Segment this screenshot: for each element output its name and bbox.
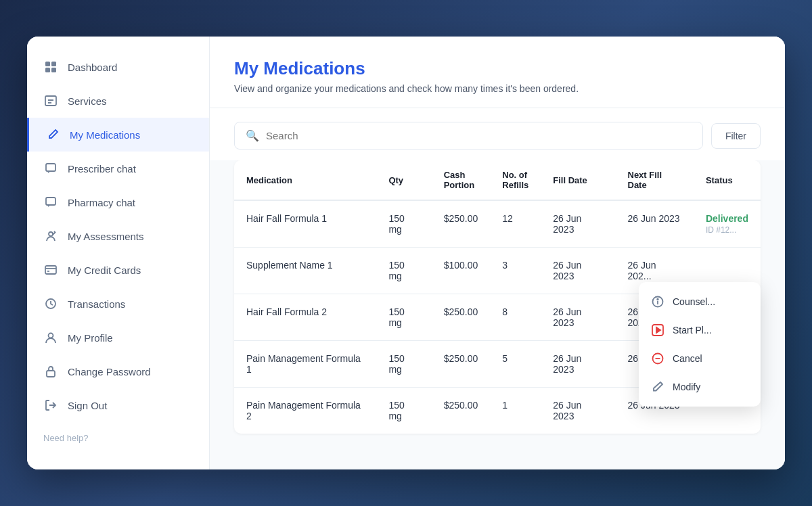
page-title: My Medications [234,58,761,79]
sidebar-item-prescriber-chat[interactable]: Prescriber chat [27,152,209,185]
counsel-label: Counsel... [673,296,715,307]
cell-no-of-refills: 5 [490,341,541,388]
start-plan-label: Start Pl... [673,325,712,336]
sidebar-label-services: Services [68,95,193,107]
cell-no-of-refills: 12 [490,200,541,248]
sidebar-item-my-credit-cards[interactable]: My Credit Cards [27,253,209,287]
assessments-icon [43,229,58,244]
context-menu-item-counsel[interactable]: Counsel... [639,288,761,316]
filter-button[interactable]: Filter [711,123,761,149]
chat2-icon [43,195,58,210]
cell-qty: 150 mg [376,294,431,341]
sidebar-item-dashboard[interactable]: Dashboard [27,50,209,84]
table-container: Medication Qty CashPortion No. ofRefills… [210,160,785,469]
sidebar-item-services[interactable]: Services [27,84,209,118]
svg-point-12 [657,299,658,300]
svg-rect-4 [46,164,55,171]
context-menu-item-cancel[interactable]: Cancel [639,344,761,373]
sidebar-label-sign-out: Sign Out [68,400,193,411]
cell-qty: 150 mg [376,248,431,294]
sidebar-label-my-medications: My Medications [70,129,193,141]
cell-cash-portion: $250.00 [432,341,491,388]
cell-cash-portion: $250.00 [432,200,491,248]
sidebar-label-dashboard: Dashboard [68,62,193,73]
sidebar-label-my-profile: My Profile [68,332,193,344]
cell-fill-date: 26 Jun 2023 [541,200,615,248]
cell-fill-date: 26 Jun 2023 [541,341,615,388]
page-subtitle: View and organize your medications and c… [234,83,761,94]
sidebar-label-prescriber-chat: Prescriber chat [68,163,193,175]
cell-cash-portion: $250.00 [432,388,491,434]
modify-icon [651,380,664,394]
cancel-label: Cancel [673,353,702,364]
sidebar-item-pharmacy-chat[interactable]: Pharmacy chat [27,185,209,219]
lock-icon [43,364,58,379]
profile-icon [43,330,58,345]
sidebar-item-transactions[interactable]: Transactions [27,287,209,321]
context-menu: Counsel... Start Pl... [639,282,761,407]
cell-no-of-refills: 8 [490,294,541,341]
cell-no-of-refills: 3 [490,248,541,294]
credit-card-icon [43,262,58,277]
cell-medication: Pain Management Formula 1 [234,341,376,388]
start-plan-icon [651,323,664,337]
cell-fill-date: 26 Jun 2023 [541,248,615,294]
cell-fill-date: 26 Jun 2023 [541,294,615,341]
search-icon: 🔍 [246,129,259,142]
svg-rect-0 [45,62,50,66]
app-container: Dashboard Services My Medications [27,37,785,469]
col-cash-portion: CashPortion [432,160,491,200]
cell-medication: Supplement Name 1 [234,248,376,294]
svg-point-9 [49,334,53,338]
info-icon [651,295,664,308]
sidebar-item-my-medications[interactable]: My Medications [27,118,209,152]
signout-icon [43,398,58,413]
cell-cash-portion: $250.00 [432,294,491,341]
sidebar-label-my-assessments: My Assessments [68,231,193,242]
status-badge: Delivered [706,213,748,224]
context-menu-item-modify[interactable]: Modify [639,373,761,401]
sidebar-item-my-profile[interactable]: My Profile [27,321,209,354]
cell-fill-date: 26 Jun 2023 [541,388,615,434]
content-header: My Medications View and organize your me… [210,37,785,108]
table-row: Hair Fall Formula 1 150 mg $250.00 12 26… [234,200,761,248]
transactions-icon [43,296,58,311]
cell-qty: 150 mg [376,388,431,434]
search-filter-row: 🔍 Filter [210,108,785,160]
sidebar-item-sign-out[interactable]: Sign Out [27,388,209,422]
table-header: Medication Qty CashPortion No. ofRefills… [234,160,761,200]
main-content: My Medications View and organize your me… [210,37,785,469]
svg-rect-1 [51,62,56,66]
need-help-link[interactable]: Need help? [27,422,209,454]
context-menu-item-start-plan[interactable]: Start Pl... [639,316,761,344]
col-qty: Qty [376,160,431,200]
cell-next-fill-date: 26 Jun 2023 [616,200,694,248]
sidebar-item-change-password[interactable]: Change Password [27,354,209,388]
cell-cash-portion: $100.00 [432,248,491,294]
svg-rect-3 [51,68,56,72]
grid-icon [43,60,58,74]
col-status: Status [694,160,761,200]
sidebar-label-pharmacy-chat: Pharmacy chat [68,197,193,208]
search-box: 🔍 [234,122,703,150]
sidebar-label-my-credit-cards: My Credit Cards [68,264,193,276]
sidebar-item-my-assessments[interactable]: My Assessments [27,219,209,253]
svg-rect-7 [45,266,56,274]
col-medication: Medication [234,160,376,200]
col-next-fill-date: Next Fill Date [616,160,694,200]
modify-label: Modify [673,382,700,392]
svg-rect-2 [45,68,50,72]
col-fill-date: Fill Date [541,160,615,200]
cancel-icon [651,352,664,365]
edit-icon [45,127,60,142]
chat-icon [43,161,58,176]
sidebar-label-transactions: Transactions [68,298,193,310]
cell-qty: 150 mg [376,200,431,248]
col-no-of-refills: No. ofRefills [490,160,541,200]
cell-qty: 150 mg [376,341,431,388]
search-input[interactable] [266,130,692,141]
cell-medication: Hair Fall Formula 2 [234,294,376,341]
cell-status: Delivered ID #12... [694,200,761,248]
services-icon [43,93,58,108]
sidebar-label-change-password: Change Password [68,366,193,377]
